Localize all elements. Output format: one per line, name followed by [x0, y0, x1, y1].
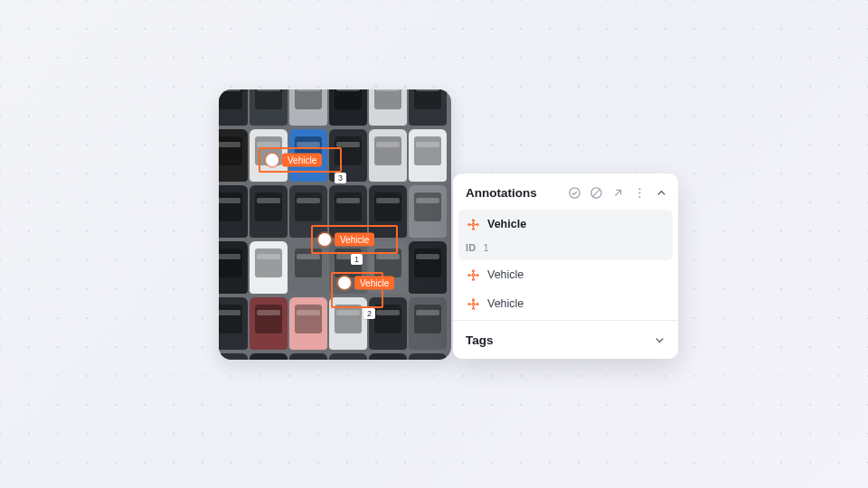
- tags-label: Tags: [466, 333, 651, 347]
- annotation-list-item[interactable]: Vehicle: [453, 289, 678, 318]
- annotation-id-tag: 2: [363, 308, 375, 319]
- hide-icon[interactable]: [588, 184, 604, 201]
- panel-header: Annotations: [453, 174, 678, 210]
- svg-point-11: [472, 269, 474, 271]
- annotation-id-value: 1: [484, 242, 489, 253]
- approve-icon[interactable]: [566, 184, 582, 201]
- stage: Vehicle 3 Vehicle 1 Vehicle 2 Annotation…: [0, 0, 868, 488]
- annotation-handle[interactable]: [266, 154, 278, 166]
- annotation-list-item[interactable]: Vehicle ID 1: [458, 210, 673, 260]
- annotation-label: Vehicle: [354, 277, 394, 290]
- svg-point-10: [472, 274, 475, 277]
- svg-point-17: [472, 307, 474, 309]
- svg-point-2: [638, 188, 640, 190]
- svg-point-9: [476, 223, 478, 225]
- panel-title: Annotations: [466, 186, 561, 200]
- svg-point-14: [476, 274, 478, 276]
- expand-icon[interactable]: [609, 184, 626, 201]
- svg-point-8: [467, 223, 469, 225]
- more-icon[interactable]: [631, 184, 647, 201]
- svg-point-19: [476, 303, 478, 305]
- annotation-id-label: ID: [466, 242, 476, 253]
- svg-point-5: [472, 223, 475, 226]
- tags-section-header[interactable]: Tags: [453, 321, 678, 359]
- svg-point-6: [472, 219, 474, 221]
- annotation-box[interactable]: Vehicle 2: [331, 272, 383, 308]
- svg-point-16: [472, 298, 474, 300]
- svg-point-15: [472, 303, 475, 305]
- annotation-box[interactable]: Vehicle 3: [259, 147, 342, 173]
- annotation-label: Vehicle: [335, 233, 374, 247]
- annotation-handle[interactable]: [318, 233, 331, 246]
- svg-point-4: [638, 195, 640, 197]
- annotation-box[interactable]: Vehicle 1: [311, 225, 398, 254]
- annotation-name: Vehicle: [487, 218, 526, 230]
- annotation-id-tag: 3: [335, 173, 346, 183]
- annotation-handle[interactable]: [338, 277, 351, 289]
- chevron-up-icon[interactable]: [653, 184, 669, 201]
- svg-point-3: [638, 192, 640, 193]
- svg-point-0: [569, 187, 579, 197]
- annotation-name: Vehicle: [487, 297, 524, 310]
- svg-point-18: [467, 303, 469, 305]
- annotation-name: Vehicle: [487, 268, 524, 281]
- annotation-list-item[interactable]: Vehicle: [453, 260, 678, 289]
- annotated-image[interactable]: Vehicle 3 Vehicle 1 Vehicle 2: [219, 89, 451, 360]
- entity-icon: [466, 296, 480, 311]
- svg-point-7: [472, 228, 474, 230]
- svg-point-13: [467, 274, 469, 276]
- chevron-down-icon[interactable]: [651, 332, 667, 348]
- annotation-label: Vehicle: [282, 154, 322, 167]
- svg-point-12: [472, 278, 474, 280]
- annotation-id-tag: 1: [351, 254, 363, 265]
- entity-icon: [466, 217, 480, 231]
- annotation-id-line: ID 1: [466, 239, 665, 257]
- entity-icon: [466, 267, 480, 282]
- annotations-panel: Annotations Vehicle: [453, 174, 678, 359]
